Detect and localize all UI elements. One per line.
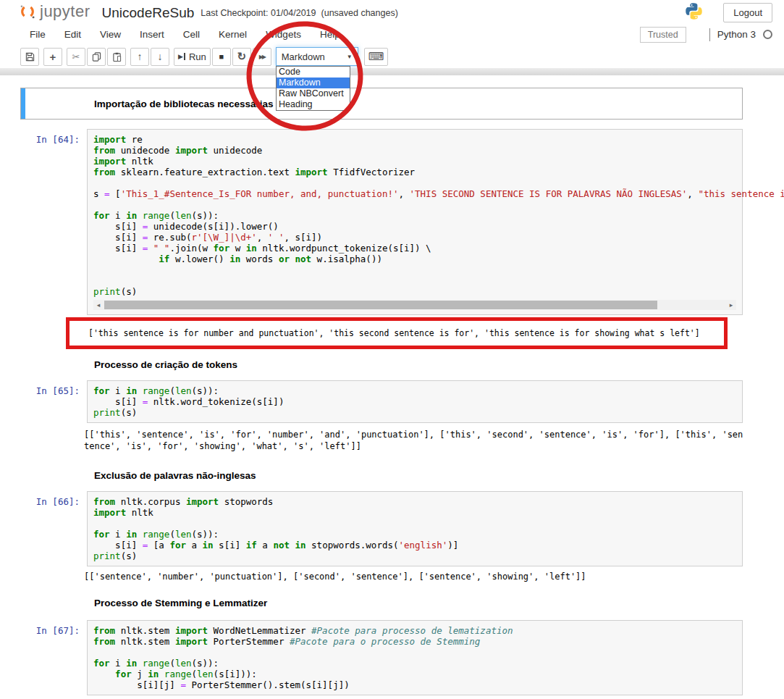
copy-icon: [92, 52, 101, 62]
markdown-heading: Importação de bibliotecas necessárias: [94, 99, 274, 109]
input-prompt: In [64]:: [20, 129, 87, 315]
notebook-title[interactable]: UnicodeReSub: [102, 5, 195, 21]
code-cell-65: In [65]: for i in range(len(s)): s[i] = …: [20, 380, 743, 423]
code-editor[interactable]: import refrom unidecode import unidecode…: [93, 134, 736, 297]
cell-type-option-code[interactable]: Code: [277, 67, 350, 78]
menu-kernel[interactable]: Kernel: [209, 26, 256, 43]
code-input-66[interactable]: from nltk.corpus import stopwordsimport …: [87, 491, 743, 566]
scrollbar-left-arrow-icon[interactable]: ◂: [93, 300, 104, 310]
arrow-down-icon: ↓: [158, 51, 163, 62]
code-editor[interactable]: from nltk.corpus import stopwordsimport …: [93, 496, 736, 561]
toolbar-group-clipboard: ✂: [67, 48, 126, 66]
toolbar-group-move: ↑ ↓: [130, 48, 169, 66]
interrupt-kernel-button[interactable]: ■: [212, 48, 231, 66]
cut-cell-button[interactable]: ✂: [67, 48, 85, 66]
stop-icon: ■: [219, 52, 224, 61]
jupyter-icon: [20, 3, 35, 23]
input-prompt: In [65]:: [20, 380, 87, 423]
jupyter-logo[interactable]: jupyter: [20, 3, 90, 23]
save-button[interactable]: [20, 48, 39, 66]
cell-type-dropdown-list: Code Markdown Raw NBConvert Heading: [276, 66, 350, 111]
cell-type-selected-value: Markdown: [282, 51, 325, 62]
selected-cell-bar: [21, 88, 25, 119]
output-area-65: [['this', 'sentence', 'is', 'for', 'numb…: [20, 429, 743, 452]
code-input-65[interactable]: for i in range(len(s)): s[i] = nltk.word…: [87, 380, 743, 423]
fast-forward-icon: ▶▶: [259, 54, 265, 60]
menubar-right: Trusted Python 3: [640, 27, 772, 43]
unsaved-changes-status: (unsaved changes): [321, 8, 398, 18]
code-cell-67: In [67]: from nltk.stem import WordNetLe…: [20, 620, 743, 695]
code-input-64[interactable]: import refrom unidecode import unidecode…: [87, 129, 743, 315]
trusted-badge[interactable]: Trusted: [640, 27, 686, 43]
input-prompt: In [67]:: [20, 620, 87, 695]
menu-cell[interactable]: Cell: [174, 26, 209, 43]
command-palette-button[interactable]: ⌨: [364, 48, 389, 66]
kernel-name: Python 3: [717, 29, 756, 40]
menubar-separator: [709, 28, 710, 41]
cell-type-option-heading[interactable]: Heading: [277, 99, 350, 110]
notebook-header: jupyter UnicodeReSub Last Checkpoint: 01…: [0, 0, 784, 24]
restart-kernel-button[interactable]: ↻: [232, 48, 251, 66]
logout-button[interactable]: Logout: [723, 3, 772, 22]
horizontal-scrollbar[interactable]: ◂ ▸: [93, 300, 736, 310]
code-editor[interactable]: from nltk.stem import WordNetLemmatizer …: [93, 625, 736, 690]
arrow-up-icon: ↑: [138, 51, 143, 62]
output-66: [['sentence', 'number', 'punctuation'], …: [80, 571, 743, 582]
floppy-save-icon: [25, 52, 35, 62]
scrollbar-thumb[interactable]: [104, 301, 657, 309]
cell-type-option-raw[interactable]: Raw NBConvert: [277, 88, 350, 99]
toolbar-group-run: ▶ Run ■ ↻ ▶▶: [174, 48, 271, 66]
output-64: ['this sentence is for number and punctu…: [88, 327, 717, 339]
toolbar-group-insert: +: [43, 48, 62, 66]
notebook-area: Importação de bibliotecas necessárias In…: [0, 75, 784, 695]
code-cell-64: In [64]: import refrom unidecode import …: [20, 129, 743, 315]
markdown-cell-tokens[interactable]: Processo de criação de tokens: [20, 359, 743, 370]
paste-cell-button[interactable]: [107, 48, 126, 66]
markdown-cell-stopwords[interactable]: Exclusão de palavras não-inglesas: [20, 470, 743, 481]
cell-type-select[interactable]: Markdown ▼: [276, 47, 358, 66]
menu-edit[interactable]: Edit: [55, 26, 90, 43]
toolbar: + ✂ ↑ ↓ ▶ Run ■: [0, 45, 784, 68]
annotation-rectangle: ['this sentence is for number and punctu…: [66, 317, 728, 349]
restart-icon: ↻: [237, 50, 246, 63]
output-65: [['this', 'sentence', 'is', 'for', 'numb…: [80, 429, 743, 452]
menu-widgets[interactable]: Widgets: [256, 26, 311, 43]
python-logo-icon: [685, 2, 703, 23]
input-prompt: In [66]:: [20, 491, 87, 566]
jupyter-logo-text: jupyter: [40, 2, 90, 21]
markdown-cell-imports[interactable]: Importação de bibliotecas necessárias: [20, 88, 743, 120]
run-button[interactable]: ▶ Run: [174, 48, 211, 66]
copy-cell-button[interactable]: [87, 48, 106, 66]
checkpoint-status: Last Checkpoint: 01/04/2019: [201, 8, 316, 18]
clipboard-paste-icon: [112, 52, 122, 62]
add-cell-button[interactable]: +: [43, 48, 62, 66]
cell-type-option-markdown[interactable]: Markdown: [277, 78, 350, 88]
menu-view[interactable]: View: [90, 26, 130, 43]
restart-run-all-button[interactable]: ▶▶: [253, 48, 271, 66]
header-notebook-divider: [0, 68, 784, 75]
menu-file[interactable]: File: [20, 26, 55, 43]
move-cell-down-button[interactable]: ↓: [151, 48, 169, 66]
step-forward-run-icon: ▶: [178, 53, 185, 60]
menu-insert[interactable]: Insert: [130, 26, 174, 43]
code-input-67[interactable]: from nltk.stem import WordNetLemmatizer …: [87, 620, 743, 695]
scrollbar-right-arrow-icon[interactable]: ▸: [726, 300, 736, 310]
chevron-down-icon: ▼: [347, 54, 353, 60]
kernel-idle-indicator-icon: [763, 30, 772, 39]
menu-help[interactable]: Help: [311, 26, 350, 43]
run-button-label: Run: [189, 51, 206, 62]
scissors-cut-icon: ✂: [72, 51, 80, 62]
plus-icon: +: [50, 51, 56, 63]
code-cell-66: In [66]: from nltk.corpus import stopwor…: [20, 491, 743, 566]
markdown-cell-stemming[interactable]: Processo de Stemming e Lemmatizer: [20, 598, 743, 608]
output-area-66: [['sentence', 'number', 'punctuation'], …: [20, 571, 743, 582]
toolbar-group-save: [20, 48, 39, 66]
menubar: File Edit View Insert Cell Kernel Widget…: [0, 24, 784, 45]
code-editor[interactable]: for i in range(len(s)): s[i] = nltk.word…: [93, 385, 736, 418]
keyboard-icon: ⌨: [368, 50, 384, 63]
move-cell-up-button[interactable]: ↑: [130, 48, 149, 66]
